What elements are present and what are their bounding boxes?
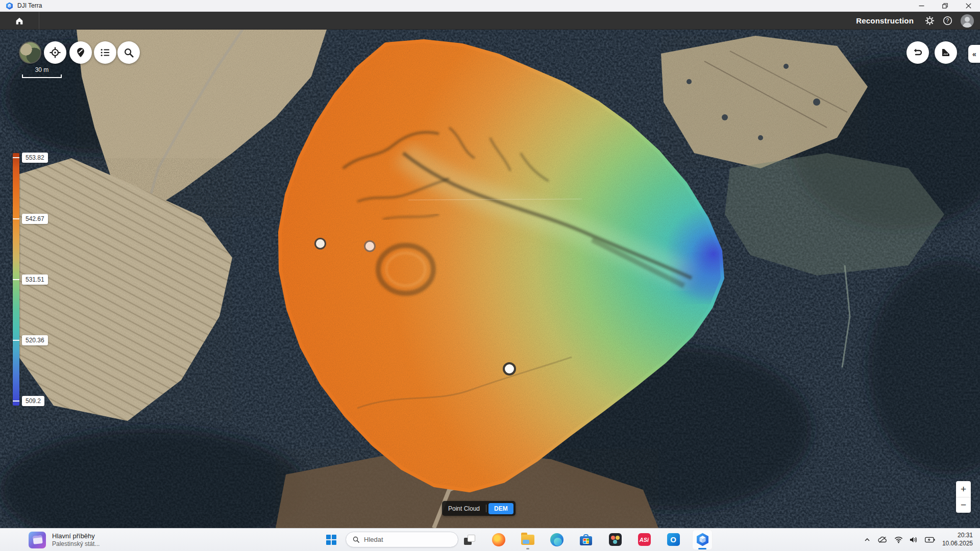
map-zoom-control: + −	[956, 481, 971, 513]
firefox-icon	[492, 533, 505, 546]
taskbar-app-firefox[interactable]	[488, 530, 509, 550]
elevation-legend-bar	[13, 153, 19, 406]
asi-icon: ASi	[638, 533, 651, 546]
dem-tab-active[interactable]: DEM	[488, 503, 513, 514]
taskbar-app-file-explorer[interactable]	[518, 530, 538, 550]
flight-route-button[interactable]	[906, 41, 929, 64]
scale-label: 30 m	[22, 66, 62, 73]
search-map-button[interactable]	[117, 41, 140, 64]
legend-tick	[13, 400, 19, 402]
minimize-icon	[919, 3, 924, 9]
nav-map-divider	[0, 29, 980, 30]
legend-tick	[13, 157, 19, 158]
system-tray: 20:31 10.06.2025	[864, 528, 980, 551]
legend-tick	[13, 218, 19, 219]
tray-icons	[864, 536, 935, 544]
avatar-head	[965, 17, 970, 22]
basemap-thumbnail-button[interactable]	[19, 41, 41, 64]
dji-terra-icon	[696, 533, 709, 546]
widget-subheadline: Palestinský stát...	[52, 540, 100, 548]
running-indicator	[526, 548, 529, 549]
taskbar-app-davinci-resolve[interactable]	[605, 530, 625, 550]
help-icon[interactable]: ?	[943, 16, 952, 26]
taskbar-search[interactable]	[346, 532, 458, 547]
taskbar-app-edge[interactable]	[547, 530, 567, 550]
collapse-panel-button[interactable]: «	[968, 45, 980, 63]
close-button[interactable]	[957, 0, 980, 12]
toggle-divider	[486, 505, 486, 512]
dji-terra-window: 30 m 553.82 542.67 531.51 520.36 509.2 «…	[0, 0, 980, 551]
nav-right-cluster: Reconstruction ?	[856, 12, 974, 30]
davinci-resolve-icon	[609, 533, 622, 546]
search-icon	[352, 536, 360, 543]
dji-terra-logo-icon	[6, 2, 13, 10]
zoom-in-button[interactable]: +	[956, 481, 971, 497]
window-controls	[910, 0, 980, 12]
restore-icon	[942, 3, 948, 9]
restore-button[interactable]	[933, 0, 957, 12]
zoom-out-button[interactable]: −	[956, 497, 971, 513]
active-indicator	[698, 548, 706, 549]
point-cloud-tab[interactable]: Point Cloud	[448, 505, 486, 512]
list-icon	[100, 47, 111, 58]
measure-button[interactable]	[935, 41, 957, 64]
locate-button[interactable]	[44, 41, 66, 64]
taskbar-app-asi[interactable]: ASi	[634, 530, 654, 550]
flight-route-icon	[912, 46, 924, 59]
taskbar-app-task-view[interactable]	[459, 530, 480, 550]
widget-headline: Hlavní příběhy	[52, 532, 100, 540]
avatar-body	[963, 22, 972, 28]
gcp-marker-2[interactable]	[364, 240, 376, 252]
battery-charging-icon[interactable]	[925, 537, 935, 543]
taskbar-app-dji-terra-active[interactable]	[692, 530, 713, 550]
map-canvas[interactable]	[0, 30, 980, 528]
legend-tick	[13, 279, 19, 280]
user-avatar[interactable]	[961, 14, 974, 28]
hidden-icons-chevron[interactable]	[864, 536, 871, 543]
widgets-button[interactable]: Hlavní příběhy Palestinský stát...	[24, 530, 104, 550]
legend-tick	[13, 340, 19, 341]
search-icon	[123, 47, 134, 58]
volume-icon[interactable]	[910, 536, 918, 543]
onedrive-offline-icon[interactable]	[877, 536, 888, 544]
home-button[interactable]	[0, 12, 39, 30]
settings-gear-icon[interactable]	[925, 16, 935, 26]
crosshair-icon	[49, 46, 61, 59]
gcp-marker-1[interactable]	[314, 238, 326, 249]
search-input[interactable]	[364, 536, 446, 543]
task-view-icon	[464, 535, 475, 545]
map-viewport[interactable]	[0, 30, 980, 528]
microsoft-store-icon	[580, 534, 592, 545]
scale-bar: 30 m	[22, 66, 62, 78]
mode-label: Reconstruction	[856, 16, 914, 25]
close-icon	[966, 3, 971, 9]
wifi-icon[interactable]	[894, 536, 903, 543]
title-bar: DJI Terra	[0, 0, 980, 12]
taskbar-clock[interactable]: 20:31 10.06.2025	[942, 532, 973, 547]
start-button[interactable]	[325, 534, 337, 546]
scale-ruler	[22, 74, 62, 78]
taskbar-app-microsoft-store[interactable]	[576, 530, 596, 550]
layer-list-button[interactable]	[94, 41, 116, 64]
layer-mode-toggle: Point Cloud DEM	[442, 501, 516, 516]
clock-date: 10.06.2025	[942, 540, 973, 548]
file-explorer-icon	[521, 535, 534, 545]
set-square-icon	[940, 46, 952, 59]
news-widget-icon	[29, 532, 46, 548]
legend-value-4: 520.36	[22, 335, 48, 345]
minimize-button[interactable]	[910, 0, 933, 12]
taskbar-app-outlook[interactable]: O	[663, 530, 683, 550]
windows-logo-icon	[326, 535, 336, 545]
clock-time: 20:31	[942, 532, 973, 540]
map-pin-icon	[75, 47, 86, 58]
widget-texts: Hlavní příběhy Palestinský stát...	[52, 532, 100, 548]
gcp-marker-3[interactable]	[503, 362, 516, 375]
nav-bar: Reconstruction ?	[0, 12, 980, 30]
svg-text:?: ?	[946, 18, 949, 23]
home-icon	[15, 16, 24, 26]
marker-pin-button[interactable]	[69, 41, 92, 64]
legend-value-1: 553.82	[22, 153, 48, 163]
window-title: DJI Terra	[17, 2, 42, 9]
outlook-icon: O	[667, 533, 680, 546]
collapse-chevrons: «	[972, 50, 976, 58]
